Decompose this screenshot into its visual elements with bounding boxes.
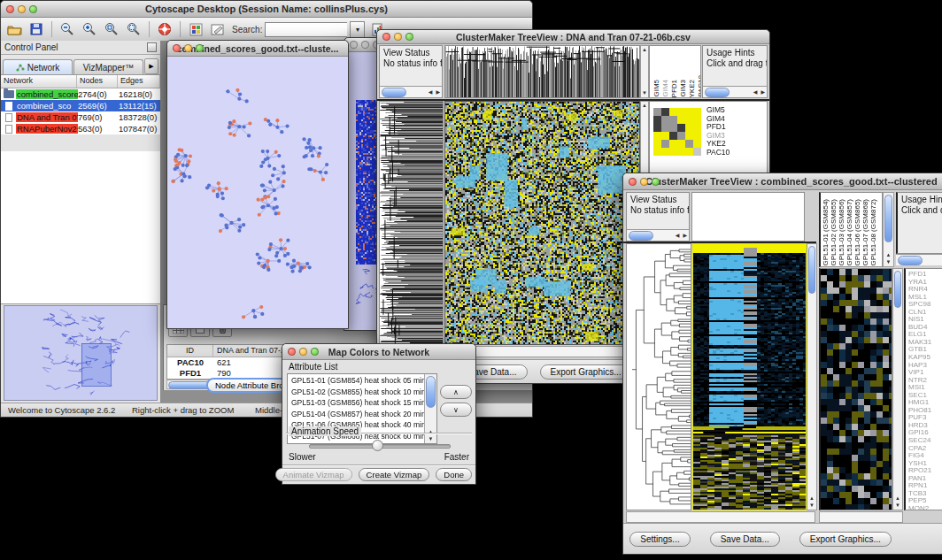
- treeview-button[interactable]: Save Data...: [710, 532, 780, 547]
- scroll-left-icon[interactable]: ◀: [427, 88, 435, 97]
- move-up-button[interactable]: ∧: [440, 385, 472, 399]
- animate-vizmap-button[interactable]: Animate Vizmap: [275, 468, 352, 481]
- close-icon[interactable]: [288, 348, 296, 356]
- window-controls[interactable]: [6, 5, 37, 13]
- vizmapper-icon[interactable]: [186, 20, 205, 38]
- gene-label[interactable]: MON2: [908, 505, 942, 510]
- network-table-header[interactable]: Network Nodes Edges: [1, 75, 160, 88]
- tv2-row-dendrogram[interactable]: [626, 243, 691, 510]
- scroll-up-icon[interactable]: ▲: [884, 252, 893, 258]
- treeview-button[interactable]: Settings...: [629, 532, 690, 547]
- tv1-labels-vscrollbar[interactable]: ▲ ▼: [640, 45, 649, 98]
- annotation-icon[interactable]: [208, 20, 228, 38]
- scrollbar-thumb[interactable]: [898, 256, 923, 265]
- zoom-selected-button[interactable]: [102, 20, 121, 38]
- attribute-item[interactable]: GPL51-03 (GSM856) heat shock 15 min: [289, 397, 424, 409]
- tv2-overview-vscrollbar[interactable]: ▲ ▼: [892, 268, 903, 510]
- scrollbar-thumb[interactable]: [808, 246, 815, 294]
- tv1-column-dendrogram[interactable]: [444, 45, 640, 98]
- tv2-titlebar[interactable]: ClusterMaker TreeView : combined_scores_…: [623, 173, 942, 190]
- slider-thumb[interactable]: [372, 440, 383, 451]
- scroll-up-icon[interactable]: ▲: [641, 103, 648, 109]
- scroll-down-icon[interactable]: ▼: [884, 259, 893, 265]
- scrollbar-thumb[interactable]: [426, 376, 436, 408]
- tv2-hints-hscrollbar[interactable]: ◀▶: [896, 254, 942, 265]
- tv2-right-heatmap-canvas[interactable]: [821, 269, 892, 510]
- scrollbar-thumb[interactable]: [894, 271, 901, 308]
- attribute-item[interactable]: GPL51-01 (GSM854) heat shock 05 min: [289, 375, 424, 387]
- scroll-down-icon[interactable]: ▼: [807, 502, 816, 509]
- tv2-heatmap[interactable]: [692, 243, 807, 510]
- zoom-window-icon[interactable]: [311, 348, 319, 356]
- scroll-down-icon[interactable]: ▼: [641, 90, 648, 96]
- scrollbar-thumb[interactable]: [884, 195, 892, 242]
- zoom-out-button[interactable]: [58, 20, 77, 38]
- scroll-right-icon[interactable]: ▶: [759, 88, 767, 97]
- scroll-left-icon[interactable]: ◀: [752, 88, 760, 97]
- minimize-icon[interactable]: [361, 41, 369, 49]
- close-icon[interactable]: [350, 41, 358, 49]
- scroll-left-icon[interactable]: ◀: [674, 231, 682, 241]
- dialog-titlebar[interactable]: Map Colors to Network: [282, 344, 475, 360]
- tv1-row-dendrogram[interactable]: [379, 101, 444, 345]
- window-controls[interactable]: [382, 33, 413, 41]
- attribute-item[interactable]: GPL51-02 (GSM855) heat shock 10 min: [289, 387, 424, 398]
- network-table-row[interactable]: combined_scores 2764(0) 16218(0): [1, 88, 160, 100]
- search-input[interactable]: [265, 22, 347, 37]
- zoom-fit-button[interactable]: [124, 20, 143, 38]
- tv1-row-dendro-canvas[interactable]: [380, 102, 443, 344]
- scroll-up-icon[interactable]: ▲: [893, 495, 902, 502]
- tv2-heatmap-canvas[interactable]: [693, 244, 806, 510]
- tv2-overview-heatmap[interactable]: [819, 268, 892, 510]
- scroll-up-icon[interactable]: ▲: [807, 495, 816, 502]
- float-panel-icon[interactable]: [147, 42, 157, 52]
- network-table-row[interactable]: DNA and Tran 07 769(0) 183728(0): [1, 111, 160, 123]
- animation-speed-slider[interactable]: [309, 444, 451, 449]
- tv1-titlebar[interactable]: ClusterMaker TreeView : DNA and Tran 07-…: [377, 30, 769, 44]
- window-controls[interactable]: [173, 44, 204, 52]
- scroll-right-icon[interactable]: ▶: [434, 88, 442, 97]
- minimize-icon[interactable]: [184, 44, 192, 52]
- scroll-down-icon[interactable]: ▼: [893, 502, 902, 509]
- overview-canvas[interactable]: [4, 306, 155, 396]
- treeview-button[interactable]: Export Graphics...: [540, 364, 632, 380]
- treeview-button[interactable]: Export Graphics...: [799, 532, 892, 547]
- zoom-in-button[interactable]: [80, 20, 99, 38]
- window-controls[interactable]: [629, 178, 660, 186]
- move-down-button[interactable]: ∨: [440, 403, 472, 417]
- tv2-heatmap-hscrollbar[interactable]: [626, 511, 815, 523]
- tv1-heatmap-canvas[interactable]: [445, 102, 639, 344]
- close-icon[interactable]: [6, 5, 14, 13]
- tv2-row-dendro-canvas[interactable]: [627, 244, 691, 510]
- similarity-matrix[interactable]: [653, 108, 701, 156]
- close-icon[interactable]: [629, 178, 637, 186]
- network-table-row[interactable]: RNAPuberNov2+I 563(0) 107847(0): [1, 123, 160, 134]
- scrollbar-thumb[interactable]: [382, 88, 406, 97]
- net1-titlebar[interactable]: combined_scores_good.txt--cluste...: [167, 41, 348, 57]
- tv2-labels-vscrollbar[interactable]: ▲ ▼: [883, 192, 894, 267]
- gene-label[interactable]: PAC10: [706, 149, 730, 157]
- minimize-icon[interactable]: [18, 5, 26, 13]
- tab-overflow-arrow-icon[interactable]: ▶: [144, 58, 158, 74]
- tv1-col-dendro-canvas[interactable]: [445, 46, 639, 97]
- tab-vizmapper[interactable]: VizMapper™: [73, 59, 143, 74]
- tv2-overview-hscrollbar[interactable]: [819, 511, 903, 523]
- scrollbar-thumb[interactable]: [629, 231, 653, 241]
- close-icon[interactable]: [382, 33, 390, 41]
- search-dropdown-icon[interactable]: ▾: [350, 21, 365, 38]
- close-icon[interactable]: [173, 44, 181, 52]
- network-table-row[interactable]: combined_sco 2569(6) 13112(15): [1, 100, 160, 111]
- open-file-button[interactable]: [4, 20, 24, 38]
- tv2-status-hscrollbar[interactable]: ◀▶: [627, 229, 689, 241]
- scrollbar-thumb[interactable]: [705, 88, 730, 97]
- window-controls[interactable]: [288, 348, 319, 356]
- minimize-icon[interactable]: [299, 348, 307, 356]
- main-titlebar[interactable]: Cytoscape Desktop (Session Name: collins…: [1, 1, 532, 18]
- help-ring-icon[interactable]: [155, 20, 174, 38]
- done-button[interactable]: Done: [436, 468, 472, 481]
- scroll-right-icon[interactable]: ▶: [681, 231, 689, 241]
- tv1-hints-hscrollbar[interactable]: ◀▶: [703, 86, 767, 97]
- zoom-window-icon[interactable]: [405, 33, 413, 41]
- zoom-window-icon[interactable]: [652, 178, 660, 186]
- tv2-heatmap-vscrollbar[interactable]: ▲ ▼: [807, 243, 817, 510]
